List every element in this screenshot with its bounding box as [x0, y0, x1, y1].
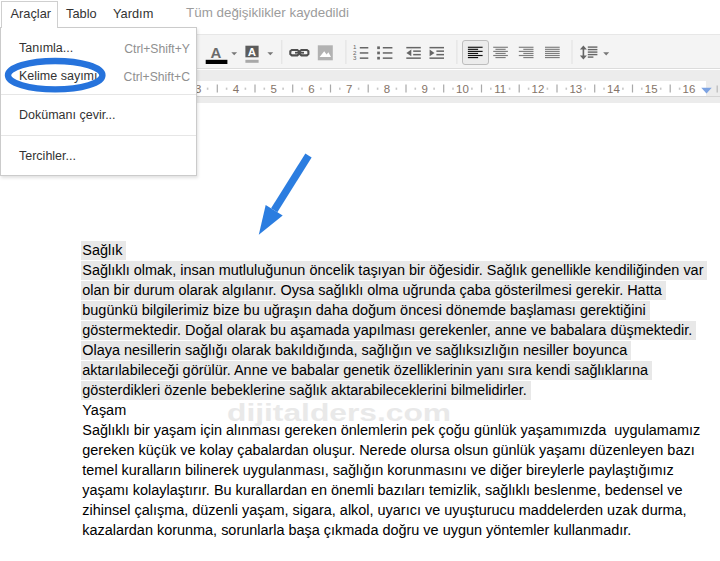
- svg-text:A: A: [211, 44, 222, 61]
- svg-text:13: 13: [569, 83, 582, 95]
- svg-text:11: 11: [494, 83, 506, 95]
- svg-text:6: 6: [308, 83, 314, 95]
- svg-text:9: 9: [422, 83, 428, 95]
- svg-text:A: A: [248, 46, 256, 58]
- svg-text:16: 16: [683, 83, 696, 95]
- svg-text:5: 5: [271, 83, 277, 95]
- svg-text:14: 14: [607, 83, 620, 95]
- svg-text:15: 15: [645, 83, 658, 95]
- svg-text:3: 3: [353, 54, 357, 61]
- svg-text:12: 12: [532, 83, 545, 95]
- svg-text:4: 4: [233, 83, 240, 95]
- svg-text:10: 10: [456, 83, 469, 95]
- svg-text:7: 7: [346, 83, 352, 95]
- svg-text:8: 8: [384, 83, 390, 95]
